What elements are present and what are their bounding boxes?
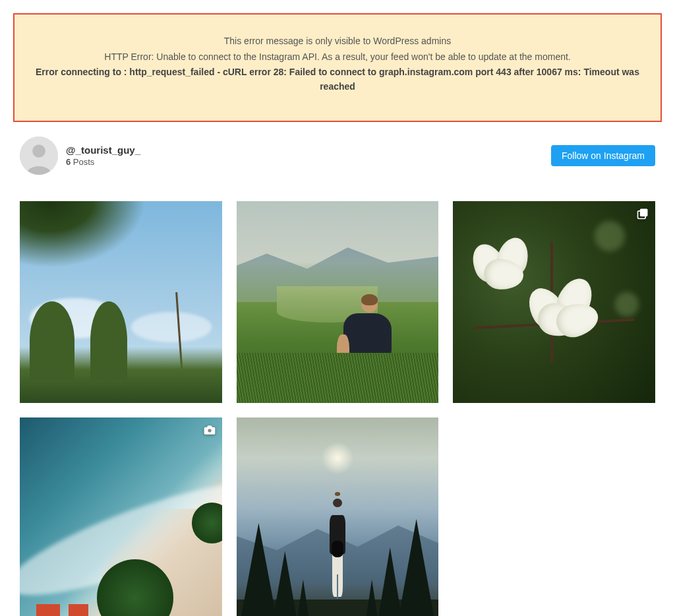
feed-grid xyxy=(13,201,662,616)
feed-item[interactable] xyxy=(20,417,222,616)
profile-header: @_tourist_guy_ 6 Posts Follow on Instagr… xyxy=(13,137,662,175)
follow-button[interactable]: Follow on Instagram xyxy=(551,145,655,166)
svg-point-1 xyxy=(32,144,45,158)
posts-count: 6 Posts xyxy=(66,157,140,167)
avatar-placeholder-icon xyxy=(20,137,58,175)
error-http-message: HTTP Error: Unable to connect to the Ins… xyxy=(34,50,641,65)
svg-rect-2 xyxy=(640,208,648,216)
feed-item[interactable] xyxy=(20,201,222,404)
carousel-icon xyxy=(635,206,650,221)
feed-item[interactable] xyxy=(453,201,655,404)
admin-error-banner: This error message is only visible to Wo… xyxy=(13,13,662,122)
svg-point-4 xyxy=(208,429,211,433)
feed-item[interactable] xyxy=(237,201,439,404)
feed-item[interactable] xyxy=(237,417,439,616)
camera-icon xyxy=(202,423,217,437)
profile-username[interactable]: @_tourist_guy_ xyxy=(66,144,140,156)
error-visibility-note: This error message is only visible to Wo… xyxy=(34,34,641,49)
error-detail: Error connecting to : http_request_faile… xyxy=(34,65,641,94)
avatar[interactable] xyxy=(20,137,58,175)
